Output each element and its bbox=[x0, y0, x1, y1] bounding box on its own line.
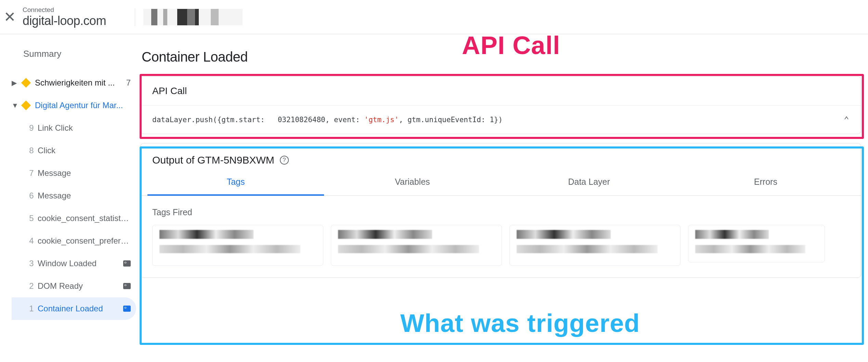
api-call-body[interactable]: dataLayer.push({gtm.start: 03210826480, … bbox=[141, 106, 861, 134]
event-label: Message bbox=[38, 168, 131, 178]
main-panel: Container Loaded API Call dataLayer.push… bbox=[140, 38, 868, 362]
event-number: 8 bbox=[25, 146, 38, 155]
diamond-icon bbox=[21, 101, 31, 110]
output-tabs: Tags Variables Data Layer Errors bbox=[141, 169, 861, 196]
event-item-3[interactable]: 3 Window Loaded bbox=[12, 252, 136, 275]
event-label: Link Click bbox=[38, 123, 131, 133]
event-number: 6 bbox=[25, 191, 38, 201]
event-tree: ▶ Schwierigkeiten mit ... 7 ▼ Digital Ag… bbox=[12, 72, 136, 320]
event-number: 3 bbox=[25, 259, 38, 268]
event-item-6[interactable]: 6 Message bbox=[12, 184, 136, 207]
divider bbox=[135, 8, 135, 26]
event-item-8[interactable]: 8 Click bbox=[12, 139, 136, 162]
output-header: Output of GTM-5N9BXWM ? bbox=[141, 143, 861, 169]
event-label: cookie_consent_prefere... bbox=[38, 236, 131, 246]
code-chip-icon bbox=[123, 260, 131, 267]
api-code-pre: dataLayer.push({gtm.start: 03210826480, … bbox=[152, 116, 364, 124]
tag-card-redacted[interactable] bbox=[688, 225, 825, 262]
tag-card-redacted[interactable] bbox=[509, 225, 681, 266]
api-call-card: API Call dataLayer.push({gtm.start: 0321… bbox=[140, 76, 861, 134]
help-icon[interactable]: ? bbox=[280, 156, 289, 165]
event-label: Click bbox=[38, 146, 131, 155]
event-label: cookie_consent_statistics bbox=[38, 214, 131, 223]
connection-block: Connected digital-loop.com bbox=[19, 6, 127, 28]
event-item-2[interactable]: 2 DOM Ready bbox=[12, 275, 136, 297]
output-title: Output of GTM-5N9BXWM bbox=[152, 154, 274, 166]
code-chip-icon bbox=[123, 283, 131, 289]
tag-grid bbox=[152, 225, 849, 266]
api-code-post: , gtm.uniqueEventId: 1}) bbox=[399, 116, 503, 124]
event-number: 9 bbox=[25, 123, 38, 133]
event-item-1[interactable]: 1 Container Loaded bbox=[12, 297, 136, 320]
api-code-str: 'gtm.js' bbox=[364, 116, 399, 124]
event-number: 5 bbox=[25, 214, 38, 223]
diamond-icon bbox=[21, 78, 31, 88]
event-label: Message bbox=[38, 191, 131, 201]
collapse-icon[interactable]: ⌃ bbox=[844, 115, 849, 125]
event-number: 2 bbox=[25, 281, 38, 291]
page-group-0[interactable]: ▶ Schwierigkeiten mit ... 7 bbox=[12, 72, 136, 94]
connected-label: Connected bbox=[23, 6, 106, 14]
tags-fired-label: Tags Fired bbox=[152, 207, 849, 225]
page-group-1[interactable]: ▼ Digital Agentur für Mar... bbox=[12, 94, 136, 117]
output-card: Output of GTM-5N9BXWM ? Tags Variables D… bbox=[140, 143, 861, 278]
group-label: Digital Agentur für Mar... bbox=[35, 101, 131, 110]
content-area: Summary ▶ Schwierigkeiten mit ... 7 ▼ Di… bbox=[0, 38, 868, 362]
tab-variables[interactable]: Variables bbox=[324, 169, 501, 195]
sidebar: Summary ▶ Schwierigkeiten mit ... 7 ▼ Di… bbox=[0, 38, 140, 362]
top-bar: ✕ Connected digital-loop.com bbox=[0, 0, 868, 34]
event-label: DOM Ready bbox=[38, 281, 119, 291]
page-path-redacted bbox=[143, 9, 243, 25]
group-count: 7 bbox=[124, 78, 131, 88]
event-label: Container Loaded bbox=[38, 304, 119, 313]
event-item-4[interactable]: 4 cookie_consent_prefere... bbox=[12, 230, 136, 252]
tag-card-redacted[interactable] bbox=[152, 225, 323, 266]
event-number: 1 bbox=[25, 304, 38, 313]
event-number: 7 bbox=[25, 168, 38, 178]
caret-right-icon[interactable]: ▶ bbox=[12, 79, 21, 87]
close-icon[interactable]: ✕ bbox=[0, 9, 19, 25]
tab-data-layer[interactable]: Data Layer bbox=[501, 169, 677, 195]
event-item-5[interactable]: 5 cookie_consent_statistics bbox=[12, 207, 136, 230]
group-label: Schwierigkeiten mit ... bbox=[35, 78, 124, 88]
event-item-9[interactable]: 9 Link Click bbox=[12, 117, 136, 139]
annotation-label-triggered: What was triggered bbox=[400, 309, 640, 338]
event-item-7[interactable]: 7 Message bbox=[12, 162, 136, 184]
tag-card-redacted[interactable] bbox=[331, 225, 502, 266]
summary-title: Summary bbox=[12, 38, 136, 72]
tags-body: Tags Fired bbox=[141, 196, 861, 277]
api-call-header: API Call bbox=[141, 77, 861, 106]
code-chip-icon bbox=[123, 306, 131, 312]
tab-errors[interactable]: Errors bbox=[677, 169, 854, 195]
connected-domain: digital-loop.com bbox=[23, 14, 106, 28]
page-title: Container Loaded bbox=[140, 40, 861, 76]
caret-down-icon[interactable]: ▼ bbox=[12, 102, 21, 109]
event-label: Window Loaded bbox=[38, 259, 119, 268]
event-number: 4 bbox=[25, 236, 38, 246]
tab-tags[interactable]: Tags bbox=[147, 169, 324, 196]
